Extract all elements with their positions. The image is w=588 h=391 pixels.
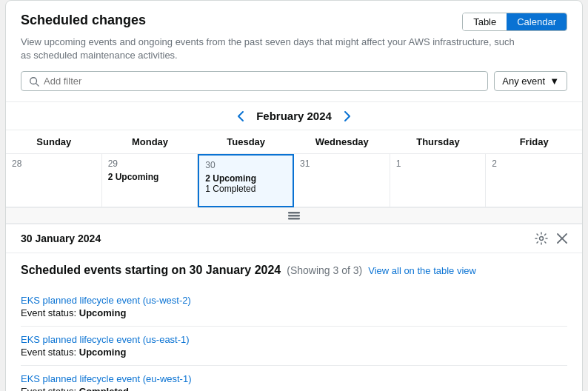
view-toggle: Table Calendar bbox=[462, 13, 567, 31]
scheduled-changes-card: Scheduled changes Table Calendar View up… bbox=[5, 0, 583, 391]
gear-icon bbox=[535, 232, 548, 245]
cal-header-tuesday: Tuesday bbox=[198, 130, 294, 154]
cal-day-number: 30 bbox=[205, 160, 287, 170]
svg-line-1 bbox=[36, 84, 39, 87]
event-type-select[interactable]: Any event ▼ bbox=[494, 71, 567, 91]
cal-header-sunday: Sunday bbox=[6, 130, 102, 154]
cal-event-upcoming: 2 Upcoming bbox=[108, 172, 192, 182]
calendar-toggle-button[interactable] bbox=[6, 207, 582, 223]
header-row: Scheduled changes Table Calendar bbox=[21, 13, 567, 31]
cal-event-completed: 1 Completed bbox=[205, 184, 287, 194]
filter-row: Any event ▼ bbox=[21, 71, 567, 101]
cal-day-number: 28 bbox=[12, 158, 96, 169]
cal-day-number: 31 bbox=[300, 158, 384, 169]
card-subtitle: View upcoming events and ongoing events … bbox=[21, 36, 524, 62]
cal-header-wednesday: Wednesday bbox=[294, 130, 390, 154]
next-month-button[interactable] bbox=[344, 110, 351, 122]
detail-title-row: Scheduled events starting on 30 January … bbox=[21, 264, 567, 277]
detail-panel: 30 January 2024 Scheduled eve bbox=[6, 223, 582, 391]
expand-collapse-icon bbox=[287, 211, 301, 220]
cal-cell-30[interactable]: 30 2 Upcoming 1 Completed bbox=[198, 154, 294, 207]
calendar-section: February 2024 Sunday Monday Tuesday Wedn… bbox=[6, 101, 582, 223]
card-title: Scheduled changes bbox=[21, 13, 146, 28]
view-all-link[interactable]: View all on the table view bbox=[368, 265, 476, 276]
event-item-2: EKS planned lifecycle event (us-east-1) … bbox=[21, 326, 567, 365]
search-icon bbox=[29, 76, 39, 87]
event-item-1: EKS planned lifecycle event (us-west-2) … bbox=[21, 287, 567, 326]
detail-title: Scheduled events starting on 30 January … bbox=[21, 264, 281, 277]
cal-cell-2[interactable]: 2 bbox=[486, 154, 582, 207]
cal-header-monday: Monday bbox=[102, 130, 198, 154]
event-status-3: Event status: Completed bbox=[21, 386, 567, 391]
cal-header-friday: Friday bbox=[486, 130, 582, 154]
chevron-down-icon: ▼ bbox=[549, 76, 559, 87]
calendar-nav: February 2024 bbox=[6, 102, 582, 130]
chevron-left-icon bbox=[237, 110, 244, 122]
event-status-value-2: Upcoming bbox=[79, 347, 127, 358]
cal-cell-29[interactable]: 29 2 Upcoming bbox=[102, 154, 198, 207]
event-link-3[interactable]: EKS planned lifecycle event (eu-west-1) bbox=[21, 373, 567, 384]
svg-rect-3 bbox=[288, 215, 300, 217]
svg-point-5 bbox=[540, 237, 544, 241]
close-icon bbox=[557, 233, 567, 244]
detail-icons bbox=[535, 232, 567, 245]
cal-cell-1[interactable]: 1 bbox=[390, 154, 487, 207]
event-item-3: EKS planned lifecycle event (eu-west-1) … bbox=[21, 365, 567, 391]
cal-cell-28[interactable]: 28 bbox=[6, 154, 102, 207]
event-link-1[interactable]: EKS planned lifecycle event (us-west-2) bbox=[21, 295, 567, 306]
event-status-2: Event status: Upcoming bbox=[21, 347, 567, 358]
table-view-button[interactable]: Table bbox=[463, 13, 507, 30]
svg-rect-2 bbox=[288, 212, 300, 214]
detail-date: 30 January 2024 bbox=[21, 233, 101, 244]
event-status-value-1: Upcoming bbox=[79, 307, 127, 318]
detail-header: 30 January 2024 bbox=[6, 224, 582, 253]
calendar-header: Sunday Monday Tuesday Wednesday Thursday… bbox=[6, 130, 582, 154]
cal-day-number: 2 bbox=[492, 158, 576, 169]
prev-month-button[interactable] bbox=[237, 110, 244, 122]
close-button[interactable] bbox=[557, 232, 567, 245]
chevron-right-icon bbox=[344, 110, 351, 122]
event-status-value-3: Completed bbox=[79, 386, 129, 391]
card-header: Scheduled changes Table Calendar View up… bbox=[6, 1, 582, 101]
filter-input-wrap bbox=[21, 71, 488, 91]
cal-event-upcoming: 2 Upcoming bbox=[205, 173, 287, 184]
settings-button[interactable] bbox=[535, 232, 548, 245]
event-link-2[interactable]: EKS planned lifecycle event (us-east-1) bbox=[21, 334, 567, 345]
cal-day-number: 29 bbox=[108, 158, 192, 169]
cal-day-number: 1 bbox=[396, 158, 480, 169]
detail-count: (Showing 3 of 3) bbox=[287, 264, 362, 276]
calendar-month: February 2024 bbox=[256, 110, 332, 122]
calendar-body: 28 29 2 Upcoming 30 2 Upcoming 1 Complet… bbox=[6, 154, 582, 207]
svg-rect-4 bbox=[288, 218, 300, 220]
event-status-1: Event status: Upcoming bbox=[21, 307, 567, 318]
cal-cell-31[interactable]: 31 bbox=[294, 154, 390, 207]
detail-body: Scheduled events starting on 30 January … bbox=[6, 253, 582, 391]
cal-header-thursday: Thursday bbox=[390, 130, 487, 154]
calendar-view-button[interactable]: Calendar bbox=[507, 13, 567, 30]
event-list: EKS planned lifecycle event (us-west-2) … bbox=[21, 287, 567, 391]
filter-input[interactable] bbox=[44, 76, 480, 87]
